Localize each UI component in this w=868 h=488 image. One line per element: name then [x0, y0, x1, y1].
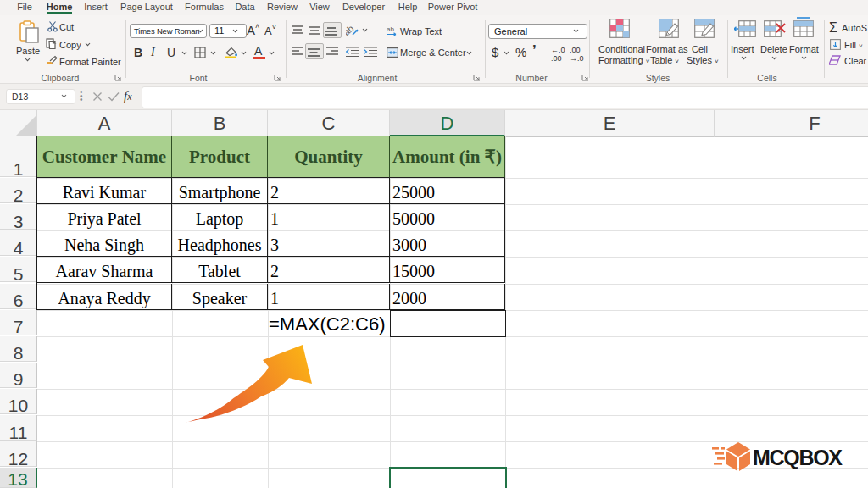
svg-text:ab: ab: [346, 24, 356, 36]
svg-text:ab: ab: [387, 25, 394, 33]
